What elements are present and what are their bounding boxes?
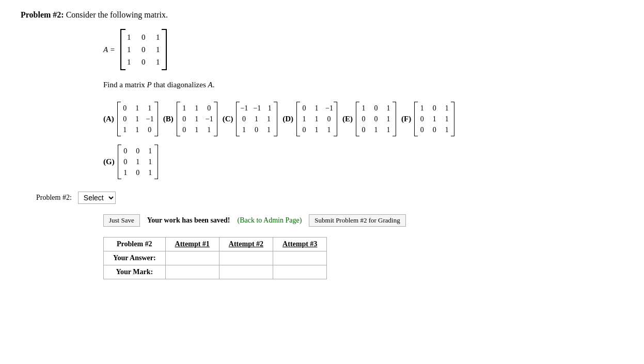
- buttons-row: Just Save Your work has been saved! (Bac…: [103, 214, 623, 227]
- answer-attempt3: [273, 251, 327, 265]
- title-bold: Problem #2:: [21, 10, 64, 19]
- table-col1-header[interactable]: Attempt #1: [165, 238, 219, 251]
- choice-E-matrix: 101 001 011: [356, 102, 396, 136]
- title-description: Consider the following matrix.: [66, 10, 168, 19]
- choice-C-matrix: −1−11 011 101: [236, 102, 277, 136]
- choice-E-label: (E): [342, 115, 353, 123]
- your-mark-label: Your Mark:: [104, 265, 166, 279]
- mark-attempt3: [273, 265, 327, 279]
- attempts-table: Problem #2 Attempt #1 Attempt #2 Attempt…: [103, 237, 327, 279]
- choice-G-label: (G): [103, 157, 115, 166]
- attempt2-link[interactable]: Attempt #2: [229, 240, 263, 248]
- admin-page-link[interactable]: (Back to Admin Page): [238, 216, 302, 225]
- problem-title: Problem #2: Consider the following matri…: [21, 10, 623, 20]
- answer-select[interactable]: Select A B C D E F G: [78, 192, 116, 204]
- matrix-a-label: A =: [103, 45, 115, 54]
- choice-A-matrix: 011 01−1 110: [117, 102, 158, 136]
- choices-section: (A) 011 01−1 110 (B) 110 01−1 011 (C) −1…: [103, 102, 623, 179]
- table-col3-header[interactable]: Attempt #3: [273, 238, 327, 251]
- choice-F-label: (F): [401, 115, 411, 123]
- matrix-a-row-1: 1 0 1: [125, 31, 162, 43]
- choice-F-matrix: 101 011 001: [414, 102, 454, 136]
- choice-C: (C) −1−11 011 101: [223, 102, 278, 136]
- submit-button[interactable]: Submit Problem #2 for Grading: [309, 214, 405, 227]
- choice-A: (A) 011 01−1 110: [103, 102, 158, 136]
- answer-row: Problem #2: Select A B C D E F G: [36, 192, 623, 204]
- attempt3-link[interactable]: Attempt #3: [282, 240, 317, 248]
- table-row-mark: Your Mark:: [104, 265, 327, 279]
- answer-attempt2: [219, 251, 273, 265]
- choice-D-label: (D): [282, 115, 293, 123]
- matrix-a-row-2: 1 0 1: [125, 43, 162, 56]
- mark-attempt1: [165, 265, 219, 279]
- choices-row-1: (A) 011 01−1 110 (B) 110 01−1 011 (C) −1…: [103, 102, 623, 136]
- table-row-answer: Your Answer:: [104, 251, 327, 265]
- choice-D: (D) 01−1 110 011: [282, 102, 337, 136]
- choice-B-label: (B): [163, 115, 174, 123]
- choice-B: (B) 110 01−1 011: [163, 102, 217, 136]
- choice-G-matrix: 001 011 101: [118, 145, 158, 179]
- table-col0-header: Problem #2: [104, 238, 166, 251]
- choice-F: (F) 101 011 001: [401, 102, 454, 136]
- just-save-button[interactable]: Just Save: [103, 214, 140, 227]
- choice-B-matrix: 110 01−1 011: [177, 102, 217, 136]
- choice-E: (E) 101 001 011: [342, 102, 396, 136]
- choice-C-label: (C): [223, 115, 233, 123]
- matrix-a-display: A = 1 0 1 1 0 1 1 0 1: [103, 29, 623, 70]
- choice-D-matrix: 01−1 110 011: [296, 102, 337, 136]
- matrix-a: 1 0 1 1 0 1 1 0 1: [120, 29, 167, 70]
- choice-G: (G) 001 011 101: [103, 145, 158, 179]
- choice-A-label: (A): [103, 115, 114, 123]
- answer-attempt1: [165, 251, 219, 265]
- matrix-a-row-3: 1 0 1: [125, 56, 162, 68]
- choices-row-2: (G) 001 011 101: [103, 145, 623, 179]
- table-col2-header[interactable]: Attempt #2: [219, 238, 273, 251]
- attempt1-link[interactable]: Attempt #1: [175, 240, 210, 248]
- your-answer-label: Your Answer:: [104, 251, 166, 265]
- find-text: Find a matrix P that diagonalizes A.: [103, 81, 623, 89]
- answer-label: Problem #2:: [36, 194, 72, 202]
- mark-attempt2: [219, 265, 273, 279]
- saved-message: Your work has been saved!: [147, 216, 230, 225]
